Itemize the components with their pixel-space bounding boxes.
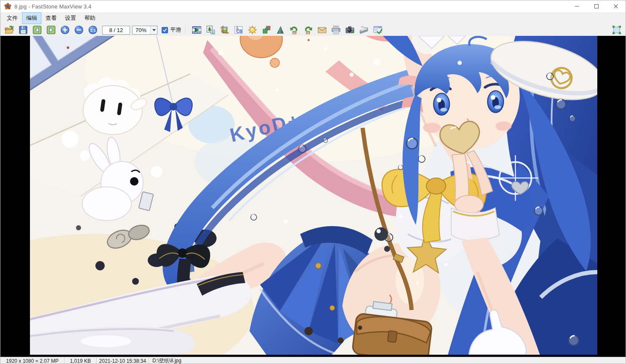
open-icon [4, 25, 14, 35]
draw-text-button[interactable]: A CB [231, 24, 245, 35]
status-dimensions: 1920 x 1080 = 2.07 MP [0, 357, 65, 364]
actual-size-button[interactable]: 1:1 [86, 24, 100, 35]
print-icon [331, 25, 341, 35]
scanner-icon [359, 25, 369, 35]
email-icon [317, 25, 327, 35]
menu-settings[interactable]: 设置 [61, 12, 80, 24]
page-indicator[interactable]: 8 / 12 [102, 26, 130, 35]
close-icon [613, 4, 618, 9]
zoom-select-dropdown-button[interactable] [150, 26, 157, 34]
maximize-button[interactable] [587, 0, 606, 12]
slideshow-icon [192, 25, 202, 35]
resize-icon [206, 25, 216, 35]
status-file-path: D:\壁纸\8.jpg [149, 357, 626, 364]
zoom-select-value: 70% [133, 26, 150, 34]
save-button[interactable] [16, 24, 30, 35]
sharpen-button[interactable] [273, 24, 287, 35]
fullscreen-button[interactable] [610, 24, 623, 35]
next-image-icon [46, 25, 56, 35]
svg-text:90: 90 [293, 31, 296, 34]
svg-text:1:1: 1:1 [90, 28, 95, 32]
rotate-left-button[interactable]: 90 [287, 24, 301, 35]
camera-capture-button[interactable] [343, 24, 357, 35]
previous-image-icon [32, 25, 42, 35]
save-icon [18, 25, 28, 35]
next-image-button[interactable] [44, 24, 58, 35]
brightness-button[interactable] [245, 24, 259, 35]
print-button[interactable] [329, 24, 343, 35]
menu-file[interactable]: 文件 [3, 12, 22, 24]
crop-icon [220, 25, 230, 35]
brightness-icon [247, 25, 257, 35]
minimize-icon [575, 4, 580, 9]
maximize-icon [594, 4, 599, 9]
crop-button[interactable] [217, 24, 231, 35]
rotate-left-icon: 90 [289, 25, 299, 35]
app-window: 8.jpg - FastStone MaxView 3.4 文件 编辑 查看 设… [0, 0, 626, 364]
settings-check-button[interactable] [371, 24, 385, 35]
colors-button[interactable] [259, 24, 273, 35]
sharpen-icon [275, 25, 285, 35]
menu-view[interactable]: 查看 [41, 12, 61, 24]
menubar: 文件 编辑 查看 设置 帮助 [0, 12, 626, 24]
draw-text-icon: A CB [233, 25, 244, 35]
menu-edit[interactable]: 编辑 [22, 12, 41, 24]
close-button[interactable] [606, 0, 626, 12]
zoom-out-icon [74, 25, 84, 35]
resize-button[interactable] [203, 24, 217, 35]
status-file-size: 1,019 KB [65, 357, 97, 364]
rotate-right-icon: 90 [303, 25, 313, 35]
toolbar-separator [185, 26, 186, 34]
svg-text:90: 90 [306, 31, 309, 34]
toolbar: 1:1 8 / 12 70% 平滑 [0, 24, 626, 36]
window-title: 8.jpg - FastStone MaxView 3.4 [14, 3, 92, 10]
actual-size-icon: 1:1 [88, 25, 98, 35]
chevron-down-icon [152, 29, 156, 31]
status-timestamp: 2021-12-10 15:38:34 [97, 357, 149, 364]
app-logo-icon [4, 3, 11, 10]
scanner-button[interactable] [357, 24, 371, 35]
checkmark-icon [163, 28, 167, 32]
colors-icon [261, 25, 271, 35]
slideshow-button[interactable] [190, 24, 203, 35]
statusbar: 1920 x 1080 = 2.07 MP 1,019 KB 2021-12-1… [0, 357, 626, 364]
minimize-button[interactable] [567, 0, 587, 12]
previous-image-button[interactable] [30, 24, 44, 35]
viewer-canvas[interactable]: KyoD+ [0, 36, 626, 357]
smooth-checkbox[interactable] [162, 27, 168, 33]
fullscreen-icon [612, 25, 622, 35]
zoom-in-button[interactable] [58, 24, 72, 35]
settings-check-icon [373, 25, 383, 35]
image-8jpg: KyoD+ [30, 36, 597, 355]
open-button[interactable] [2, 24, 16, 35]
svg-text:CB: CB [236, 29, 242, 34]
zoom-out-button[interactable] [72, 24, 86, 35]
menu-help[interactable]: 帮助 [80, 12, 100, 24]
titlebar: 8.jpg - FastStone MaxView 3.4 [0, 0, 626, 12]
email-button[interactable] [315, 24, 329, 35]
smooth-checkbox-label: 平滑 [170, 26, 181, 34]
zoom-in-icon [60, 25, 70, 35]
camera-capture-icon [345, 25, 355, 35]
rotate-right-button[interactable]: 90 [301, 24, 315, 35]
zoom-select[interactable]: 70% [132, 26, 157, 35]
